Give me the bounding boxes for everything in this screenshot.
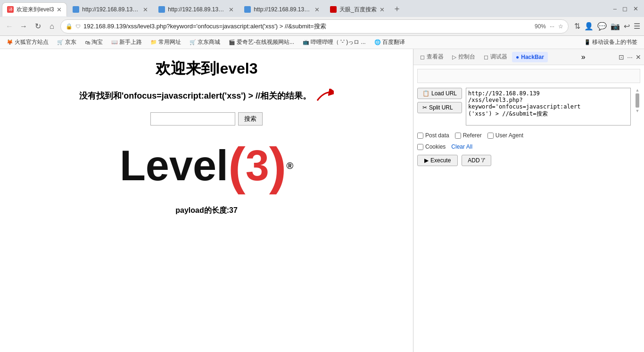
reload-button[interactable]: ↻ — [32, 21, 43, 32]
page-content: 欢迎来到level3 没有找到和'onfocus=javascript:aler… — [0, 49, 413, 352]
synced-tabs-icon[interactable]: ⇅ — [574, 22, 580, 31]
clear-all-button[interactable]: Clear All — [451, 143, 472, 150]
scrollbar-up-icon: ▲ — [636, 88, 640, 92]
bookmark-iqiyi[interactable]: 🎬 爱奇艺-在线视频网站... — [226, 37, 297, 47]
referer-label: Referer — [463, 132, 482, 139]
devtools-tab-hackbar[interactable]: ● HackBar — [512, 52, 548, 62]
tab-4-close[interactable]: ✕ — [314, 6, 320, 13]
tab-4-label: http://192.168.89.139/xss... — [254, 6, 312, 13]
logo-text-level: Level — [120, 144, 228, 187]
bookmark-beginner[interactable]: 📖 新手上路 — [108, 37, 145, 47]
tab-4-icon — [244, 6, 251, 13]
jd-icon: 🛒 — [57, 39, 64, 45]
devtools-dock-icon[interactable]: ⊡ — [619, 53, 624, 61]
tab-3[interactable]: http://192.168.89.139/xss... ✕ — [154, 2, 239, 17]
bookmark-taobao[interactable]: 🛍 淘宝 — [82, 37, 106, 47]
tab-2-icon — [73, 6, 79, 13]
devtools-more-tabs-icon[interactable]: » — [581, 53, 586, 61]
new-tab-button[interactable]: ＋ — [390, 2, 404, 15]
minimize-button[interactable]: – — [613, 5, 617, 12]
split-url-button[interactable]: ✂ Split URL — [417, 102, 462, 113]
search-input[interactable] — [150, 112, 235, 126]
forward-button[interactable]: → — [18, 21, 29, 32]
tab-3-close[interactable]: ✕ — [229, 6, 234, 13]
page-subtitle: 没有找到和'onfocus=javascript:alert('xss') > … — [79, 89, 334, 103]
more-options-icon[interactable]: ··· — [550, 23, 554, 30]
devtools-overflow-icon[interactable]: ··· — [627, 53, 633, 61]
bookmark-firefox[interactable]: 🦊 火狐官方站点 — [4, 37, 51, 47]
undo-icon[interactable]: ↩ — [624, 22, 630, 31]
bookmark-bilibili[interactable]: 📺 哔哩哔哩（ '-' )っロ ... — [300, 37, 369, 47]
bookmark-firefox-label: 火狐官方站点 — [15, 38, 49, 46]
logo-number: 3 — [246, 144, 269, 187]
hackbar-options-row2: Cookies Clear All — [417, 143, 640, 150]
arrow-icon — [315, 89, 334, 103]
post-data-checkbox-group[interactable]: Post data — [417, 132, 449, 139]
bookmark-common-links[interactable]: 📁 常用网址 — [148, 37, 184, 47]
split-url-icon: ✂ — [422, 104, 427, 111]
devtools-tab-console[interactable]: ▷ 控制台 — [448, 51, 479, 63]
add-slash-button[interactable]: ADD '/' — [462, 155, 491, 166]
hackbar-options: Post data Referer User Agent — [417, 132, 640, 139]
bookmark-mobile[interactable]: 📱 移动设备上的书签 — [581, 37, 640, 47]
logo-paren-left: ( — [228, 140, 246, 192]
user-agent-checkbox-group[interactable]: User Agent — [487, 132, 523, 139]
devtools-tab-debugger[interactable]: ◻ 调试器 — [480, 51, 511, 63]
load-url-button[interactable]: 📋 Load URL — [417, 88, 462, 99]
tab-1-close[interactable]: ✕ — [57, 6, 62, 13]
bookmark-baidu-translate[interactable]: 🌐 百度翻译 — [372, 37, 408, 47]
bilibili-icon: 📺 — [303, 39, 309, 45]
post-data-checkbox[interactable] — [417, 133, 423, 139]
close-window-button[interactable]: ✕ — [633, 5, 638, 12]
user-agent-checkbox[interactable] — [487, 133, 494, 139]
tab-2[interactable]: http://192.168.89.139/xss... ✕ — [68, 2, 153, 17]
scrollbar-down-icon: ▼ — [636, 109, 640, 113]
split-url-label: Split URL — [429, 104, 453, 111]
bookmark-jd[interactable]: 🛒 京东 — [54, 37, 79, 47]
execute-button[interactable]: ▶ Execute — [417, 155, 458, 166]
tab-5-icon — [330, 6, 337, 13]
back-button[interactable]: ← — [4, 21, 15, 32]
level-logo: Level ( 3 ) ® — [120, 140, 293, 192]
address-input-wrap: 🔒 🛡 90% ··· ☆ — [60, 19, 569, 34]
devtools-close-icon[interactable]: ✕ — [636, 53, 641, 61]
referer-checkbox-group[interactable]: Referer — [455, 132, 482, 139]
tab-5[interactable]: 天眼_百度搜索 ✕ — [325, 2, 389, 17]
screenshot-icon[interactable]: 📷 — [611, 22, 620, 31]
bookmark-jd-mall[interactable]: 🛒 京东商城 — [187, 37, 223, 47]
hackbar-url-input[interactable]: http://192.168.89.139 /xss/level3.php?ke… — [466, 88, 631, 126]
devtools-tab-inspector[interactable]: ◻ 查看器 — [416, 51, 447, 63]
chat-icon[interactable]: 💬 — [597, 22, 607, 31]
devtools-panel: ◻ 查看器 ▷ 控制台 ◻ 调试器 ● HackBar » ⊡ — [413, 49, 644, 352]
load-url-label: Load URL — [431, 90, 457, 97]
load-url-icon: 📋 — [422, 90, 429, 97]
bookmark-star-icon[interactable]: ☆ — [558, 23, 563, 30]
lock-icon: 🔒 — [66, 23, 73, 30]
hackbar-icon: ● — [516, 54, 519, 60]
window-controls: – ◻ ✕ — [613, 5, 642, 12]
scrollbar-thumb[interactable] — [636, 93, 639, 108]
search-button[interactable]: 搜索 — [238, 112, 263, 126]
cookies-checkbox-group[interactable]: Cookies — [417, 143, 446, 150]
cookies-checkbox[interactable] — [417, 144, 423, 150]
bookmark-bilibili-label: 哔哩哔哩（ '-' )っロ ... — [311, 38, 366, 46]
restore-button[interactable]: ◻ — [622, 5, 627, 12]
browser-window: 译 欢迎来到level3 ✕ http://192.168.89.139/xss… — [0, 0, 644, 352]
referer-checkbox[interactable] — [455, 133, 461, 139]
scrollbar-track[interactable] — [636, 93, 639, 108]
tab-4[interactable]: http://192.168.89.139/xss... ✕ — [239, 2, 324, 17]
inspector-icon: ◻ — [420, 54, 425, 60]
address-input[interactable] — [83, 23, 532, 30]
bookmark-iqiyi-label: 爱奇艺-在线视频网站... — [237, 38, 294, 46]
beginner-icon: 📖 — [111, 39, 118, 45]
hackbar-textarea-wrap: http://192.168.89.139 /xss/level3.php?ke… — [466, 88, 631, 127]
tab-2-close[interactable]: ✕ — [143, 6, 148, 13]
page-title: 欢迎来到level3 — [156, 59, 258, 79]
profile-icon[interactable]: 👤 — [584, 22, 594, 31]
debugger-icon: ◻ — [484, 54, 488, 60]
menu-icon[interactable]: ☰ — [634, 22, 640, 31]
hackbar-action-buttons: 📋 Load URL ✂ Split URL — [417, 88, 462, 113]
tab-5-close[interactable]: ✕ — [380, 6, 385, 13]
tab-1[interactable]: 译 欢迎来到level3 ✕ — [2, 2, 67, 17]
home-button[interactable]: ⌂ — [46, 21, 58, 32]
